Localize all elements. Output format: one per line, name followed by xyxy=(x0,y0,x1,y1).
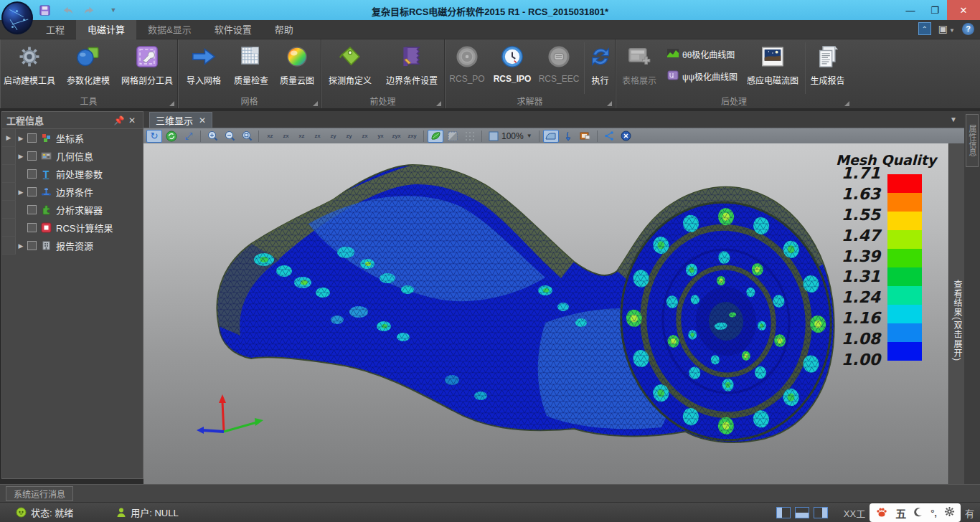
outer-expand-icon[interactable]: ▶ xyxy=(4,134,14,141)
properties-side-tab[interactable]: 属性信息 xyxy=(966,114,979,167)
app-logo-icon[interactable] xyxy=(1,1,33,34)
footer-text-right: 有 xyxy=(965,506,974,520)
window-style-icon[interactable]: ▣ ▼ xyxy=(938,23,955,34)
zoom-level-combo[interactable]: 100% ▼ xyxy=(486,131,535,141)
flat-shade-button[interactable] xyxy=(445,130,461,143)
rcs-ipo-button[interactable]: RCS_IPO xyxy=(489,42,535,94)
axis-view-button-9[interactable]: zxy xyxy=(405,130,420,143)
tab-data-display[interactable]: 数据&显示 xyxy=(136,20,203,39)
zoom-out-button[interactable] xyxy=(222,130,237,143)
expand-icon[interactable]: ▶ xyxy=(16,135,26,142)
tab-settings[interactable]: 软件设置 xyxy=(203,20,263,39)
quality-check-button[interactable]: 质量检查 xyxy=(228,42,274,94)
tree-checkbox[interactable] xyxy=(27,241,37,250)
legend-value: 1.39 xyxy=(836,247,880,266)
induced-current-map-button[interactable]: 感应电磁流图 xyxy=(743,42,802,94)
axis-view-button-2[interactable]: xz xyxy=(294,130,309,143)
group-launcher-mesh[interactable] xyxy=(313,101,318,106)
main-area: 工程信息 📌 ✕ ▶ ▶ 坐标系 ▶ 几何信息 xyxy=(0,111,980,484)
tab-help[interactable]: 帮助 xyxy=(263,20,305,39)
axis-view-button-6[interactable]: zx xyxy=(357,130,372,143)
axis-view-button-8[interactable]: zyx xyxy=(389,130,404,143)
axis-view-button-3[interactable]: zx xyxy=(310,130,325,143)
layout-bottom-panel-button[interactable] xyxy=(795,507,809,518)
drop-down-arrow-button[interactable] xyxy=(560,130,576,143)
group-launcher-tools[interactable] xyxy=(169,101,174,106)
rcs-eec-button[interactable]: RCS_EEC xyxy=(535,42,583,94)
rotate-tool-button[interactable]: ↻ xyxy=(146,130,162,143)
tree-checkbox[interactable] xyxy=(27,223,37,232)
tree-checkbox[interactable] xyxy=(27,133,37,143)
spin-tool-button[interactable] xyxy=(164,130,179,143)
tab-3d-display[interactable]: 三维显示 ✕ xyxy=(149,112,212,128)
axis-view-button-0[interactable]: xz xyxy=(263,130,278,143)
axis-view-button-5[interactable]: zy xyxy=(341,130,357,143)
tab-em-compute[interactable]: 电磁计算 xyxy=(76,20,136,39)
layout-left-panel-button[interactable] xyxy=(776,507,791,518)
photo-icon xyxy=(760,42,785,71)
tree-item-preprocess-params[interactable]: T 前处理参数 xyxy=(2,165,143,183)
mesh-partition-tool-button[interactable]: 网格剖分工具 xyxy=(119,42,175,94)
zoom-fit-button[interactable] xyxy=(239,130,255,143)
group-launcher-postprocess[interactable] xyxy=(844,101,849,106)
tab-project[interactable]: 工程 xyxy=(34,20,76,39)
ribbon-tab-row: 工程 电磁计算 数据&显示 软件设置 帮助 ⌃ ▣ ▼ ? xyxy=(0,20,980,39)
execute-button[interactable]: 执行 xyxy=(584,42,616,94)
axis-view-button-4[interactable]: zy xyxy=(326,130,341,143)
detect-angle-button[interactable]: 探测角定义 xyxy=(321,42,379,94)
status-ready-icon xyxy=(16,507,27,518)
tab-list-caret-icon[interactable]: ▼ xyxy=(950,115,957,123)
pin-icon[interactable]: 📌 xyxy=(113,115,126,125)
expand-icon[interactable]: ▶ xyxy=(16,189,26,196)
tab-close-icon[interactable]: ✕ xyxy=(199,115,206,125)
ribbon-group-mesh: 导入网格 质量检查 质量云图 网格 xyxy=(178,39,321,108)
tree-item-geometry-info[interactable]: ▶ 几何信息 xyxy=(2,147,143,165)
clip-plane-button[interactable] xyxy=(543,130,559,143)
tree-item-rcs-results[interactable]: RCS计算结果 xyxy=(2,219,143,237)
pan-tool-button[interactable]: ⤢ xyxy=(181,130,197,143)
import-mesh-button[interactable]: 导入网格 xyxy=(179,42,228,94)
restore-button[interactable]: ❐ xyxy=(923,0,947,20)
expand-icon[interactable]: ▶ xyxy=(16,153,26,160)
close-button[interactable]: ✕ xyxy=(947,0,980,20)
expand-icon[interactable]: ▶ xyxy=(16,242,26,250)
parametric-modeling-button[interactable]: 参数化建模 xyxy=(60,42,116,94)
generate-report-button[interactable]: 生成报告 xyxy=(805,42,849,94)
share-nodes-button[interactable] xyxy=(601,130,617,143)
wireframe-button[interactable] xyxy=(462,130,478,143)
capture-window-button[interactable] xyxy=(578,130,593,143)
axis-view-button-1[interactable]: zx xyxy=(278,130,293,143)
group-launcher-preprocess[interactable] xyxy=(436,101,441,106)
clock-icon xyxy=(500,42,524,71)
zoom-in-button[interactable] xyxy=(204,130,220,143)
boundary-settings-button[interactable]: 边界条件设置 xyxy=(380,42,443,94)
quality-contour-button[interactable]: 质量云图 xyxy=(274,42,320,94)
start-modeling-tool-button[interactable]: 启动建模工具 xyxy=(1,42,57,94)
tree-checkbox[interactable] xyxy=(27,169,37,179)
smooth-shade-button[interactable] xyxy=(428,130,443,143)
tree-checkbox[interactable] xyxy=(27,187,37,196)
ime-toolbar[interactable]: 五 °, xyxy=(870,503,961,522)
legend-value: 1.08 xyxy=(836,330,880,348)
panel-close-icon[interactable]: ✕ xyxy=(126,115,138,125)
tree-checkbox[interactable] xyxy=(27,205,37,214)
tree-item-boundary-conditions[interactable]: ▶ 边界条件 xyxy=(2,183,143,201)
minimize-button[interactable]: — xyxy=(898,0,923,20)
rcs-po-button[interactable]: RCS_PO xyxy=(445,42,489,94)
table-display-button[interactable]: 表格展示 xyxy=(616,42,663,94)
theta-polar-curve-button[interactable]: θθ极化曲线图 xyxy=(667,48,738,60)
tree-checkbox[interactable] xyxy=(27,151,37,161)
minimize-ribbon-icon[interactable]: ⌃ xyxy=(918,22,931,35)
psi-polar-curve-button[interactable]: ψψ极化曲线图 xyxy=(667,70,738,82)
layout-right-panel-button[interactable] xyxy=(814,507,828,518)
viewport-3d[interactable]: Mesh Quality 1.711.631.551.471.391.311.2… xyxy=(143,143,948,484)
help-icon[interactable]: ? xyxy=(962,23,974,35)
close-view-button[interactable] xyxy=(618,130,634,143)
results-side-tab[interactable]: 查看结果(双击展开) xyxy=(948,143,964,484)
system-messages-tab[interactable]: 系统运行消息 xyxy=(6,486,73,501)
tree-item-analysis-solver[interactable]: 分析求解器 xyxy=(2,201,143,219)
axis-view-button-7[interactable]: yx xyxy=(373,130,388,143)
tree-item-coordinate-system[interactable]: ▶ ▶ 坐标系 xyxy=(2,129,143,147)
group-launcher-solver[interactable] xyxy=(607,101,612,106)
tree-item-report-resources[interactable]: ▶ 报告资源 xyxy=(2,237,143,255)
